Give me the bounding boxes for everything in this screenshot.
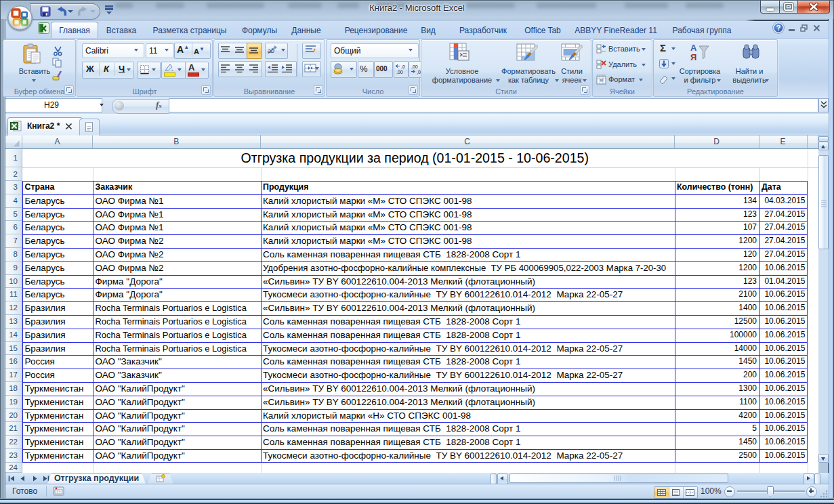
svg-text:Я: Я	[690, 52, 696, 62]
svg-text:,00: ,00	[396, 70, 403, 75]
svg-text:А: А	[690, 43, 697, 53]
svg-text:ab: ab	[268, 47, 274, 54]
svg-text:,0: ,0	[401, 64, 405, 69]
svg-text:,00: ,00	[411, 64, 418, 69]
